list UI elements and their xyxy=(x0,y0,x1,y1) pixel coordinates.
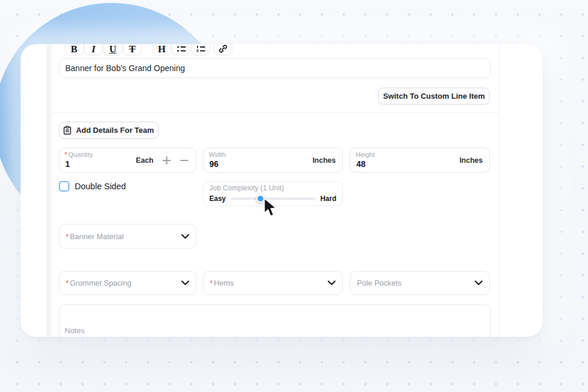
job-complexity-thumb[interactable] xyxy=(256,195,265,203)
bold-button[interactable]: B xyxy=(65,44,83,55)
double-sided-row: Double Sided xyxy=(59,181,126,192)
required-asterisk: * xyxy=(66,279,69,287)
increment-icon[interactable] xyxy=(162,156,171,165)
section-divider xyxy=(52,112,499,113)
width-unit: Inches xyxy=(312,156,336,165)
chevron-down-icon xyxy=(328,280,336,286)
strikethrough-button[interactable]: T xyxy=(123,44,142,55)
job-complexity-slider[interactable] xyxy=(230,195,316,203)
hems-select[interactable]: *Hems xyxy=(203,271,343,295)
panel-border-left xyxy=(52,44,52,337)
clipboard-icon xyxy=(64,126,71,135)
grommet-spacing-select[interactable]: *Grommet Spacing xyxy=(59,271,196,295)
link-button[interactable] xyxy=(213,44,232,55)
required-asterisk: * xyxy=(65,151,67,158)
bold-icon: B xyxy=(71,44,77,54)
quantity-unit: Each xyxy=(136,156,153,165)
slider-track[interactable] xyxy=(230,197,316,200)
line-item-title-input[interactable] xyxy=(59,59,490,78)
chevron-down-icon xyxy=(181,234,189,239)
slider-min-label: Easy xyxy=(209,195,226,203)
banner-material-label: Banner Material xyxy=(70,232,124,241)
job-complexity-field: Job Complexity (1 Unit) Easy Hard xyxy=(203,181,343,206)
double-sided-checkbox[interactable] xyxy=(59,181,69,192)
strikethrough-icon: T xyxy=(129,44,135,54)
hems-label: Hems xyxy=(214,279,234,287)
width-field[interactable]: Width 96 Inches xyxy=(203,148,343,173)
ordered-list-icon xyxy=(196,45,205,52)
height-label: Height xyxy=(356,151,375,158)
width-label: Width xyxy=(209,151,226,158)
height-value: 48 xyxy=(356,159,366,169)
height-field[interactable]: Height 48 Inches xyxy=(350,148,490,173)
line-item-title-field xyxy=(59,58,491,78)
decrement-icon[interactable] xyxy=(180,156,189,165)
quantity-value: 1 xyxy=(65,159,70,169)
scrollbar-track[interactable] xyxy=(46,44,51,337)
chevron-down-icon xyxy=(475,280,483,286)
underline-icon: U xyxy=(109,44,116,54)
heading-icon: H xyxy=(158,44,165,54)
switch-to-custom-line-item-button[interactable]: Switch To Custom Line Item xyxy=(378,88,490,105)
underline-button[interactable]: U xyxy=(103,44,122,55)
page-background: B I U T H xyxy=(0,0,588,392)
notes-input[interactable] xyxy=(59,305,490,337)
chevron-down-icon xyxy=(181,280,189,286)
notes-field xyxy=(59,304,491,337)
height-unit: Inches xyxy=(459,156,483,165)
double-sided-label: Double Sided xyxy=(75,182,126,191)
italic-button[interactable]: I xyxy=(84,44,103,55)
pole-pockets-label: Pole Pockets xyxy=(357,279,402,287)
bullet-list-icon xyxy=(177,45,186,52)
pole-pockets-select[interactable]: Pole Pockets xyxy=(350,271,490,295)
slider-max-label: Hard xyxy=(320,195,336,203)
required-asterisk: * xyxy=(210,279,213,287)
bullet-list-button[interactable] xyxy=(172,44,191,55)
heading-button[interactable]: H xyxy=(152,44,171,55)
banner-material-select[interactable]: *Banner Material xyxy=(59,224,196,249)
line-item-card: B I U T H xyxy=(21,44,543,337)
link-icon xyxy=(218,45,228,53)
job-complexity-label: Job Complexity (1 Unit) xyxy=(209,184,284,192)
panel-border-right xyxy=(499,44,499,337)
quantity-label: Quantity xyxy=(68,151,93,158)
required-asterisk: * xyxy=(66,233,69,241)
grommet-spacing-label: Grommet Spacing xyxy=(70,279,132,287)
add-details-for-team-button[interactable]: Add Details For Team xyxy=(59,122,159,139)
ordered-list-button[interactable] xyxy=(191,44,210,55)
quantity-field[interactable]: *Quantity 1 Each xyxy=(59,148,196,173)
italic-icon: I xyxy=(92,44,96,54)
width-value: 96 xyxy=(209,159,219,169)
